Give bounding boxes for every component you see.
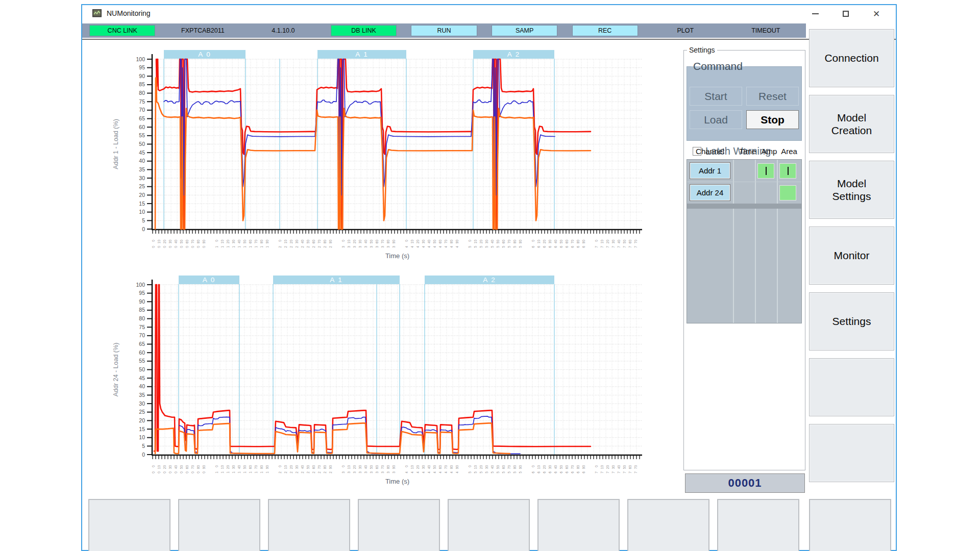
nav-button-settings[interactable]: Settings — [809, 292, 894, 350]
svg-text:10: 10 — [474, 240, 477, 244]
svg-text:60: 60 — [565, 240, 569, 244]
svg-text:90: 90 — [202, 465, 206, 469]
nav-button-monitor[interactable]: Monitor — [809, 227, 894, 285]
bottom-button-1[interactable] — [88, 499, 170, 551]
svg-text:3: 3 — [370, 246, 373, 248]
nav-button-connection[interactable]: Connection — [809, 29, 894, 87]
svg-text:0: 0 — [595, 465, 598, 467]
svg-text:6: 6 — [582, 246, 585, 248]
svg-text:70: 70 — [254, 465, 258, 469]
svg-text:60: 60 — [565, 465, 569, 469]
svg-text:50: 50 — [559, 240, 563, 244]
bottom-button-5[interactable] — [448, 499, 530, 551]
load-button[interactable]: Load — [690, 110, 742, 129]
svg-text:4: 4 — [410, 246, 414, 248]
svg-text:40: 40 — [139, 158, 145, 164]
svg-text:50: 50 — [370, 240, 373, 244]
svg-text:10: 10 — [157, 465, 161, 469]
svg-text:50: 50 — [180, 240, 183, 244]
svg-text:40: 40 — [491, 240, 494, 244]
settings-panel-title: Settings — [687, 46, 717, 54]
svg-text:5: 5 — [485, 246, 488, 248]
svg-text:1: 1 — [232, 471, 235, 473]
svg-text:7: 7 — [634, 471, 638, 473]
maximize-button[interactable] — [830, 5, 861, 22]
svg-text:10: 10 — [600, 240, 604, 244]
svg-text:3: 3 — [381, 471, 384, 473]
maximize-icon — [843, 11, 849, 17]
svg-text:70: 70 — [571, 465, 574, 469]
close-button[interactable]: ✕ — [861, 5, 892, 22]
svg-text:40: 40 — [237, 240, 241, 244]
minimize-button[interactable] — [800, 5, 830, 22]
svg-text:20: 20 — [606, 240, 609, 244]
svg-text:90: 90 — [582, 465, 585, 469]
channel-button-addr-24[interactable]: Addr 24 — [690, 184, 730, 201]
bottom-button-8[interactable] — [717, 499, 799, 551]
nav-button-model-creation[interactable]: Model Creation — [809, 95, 894, 153]
bottom-button-7[interactable] — [627, 499, 709, 551]
svg-text:5: 5 — [468, 471, 472, 473]
bottom-button-3[interactable] — [268, 499, 350, 551]
svg-text:4: 4 — [427, 246, 431, 248]
svg-text:0: 0 — [185, 471, 189, 473]
svg-text:0: 0 — [202, 471, 206, 473]
svg-text:50: 50 — [496, 465, 500, 469]
svg-text:20: 20 — [289, 240, 293, 244]
svg-text:5: 5 — [496, 246, 500, 248]
channel-table-header: Channel Time Amp Area — [687, 147, 802, 157]
bottom-button-2[interactable] — [178, 499, 260, 551]
svg-text:0: 0 — [163, 246, 166, 248]
bottom-button-4[interactable] — [358, 499, 440, 551]
svg-text:40: 40 — [237, 465, 241, 469]
channel-button-addr-1[interactable]: Addr 1 — [690, 162, 730, 179]
nav-button-blank-5[interactable] — [809, 358, 894, 416]
svg-text:2: 2 — [306, 471, 310, 473]
start-button[interactable]: Start — [690, 87, 742, 106]
svg-text:5: 5 — [519, 246, 522, 248]
svg-text:4: 4 — [438, 471, 442, 473]
area-status-cell-addr-1 — [779, 163, 796, 179]
svg-text:6: 6 — [531, 246, 535, 248]
svg-text:6: 6 — [554, 471, 557, 473]
svg-text:90: 90 — [455, 465, 459, 469]
addr24-load-chart: A 0A 1A 20510152025303540455055606570758… — [85, 265, 683, 491]
bottom-button-9[interactable] — [809, 499, 891, 551]
svg-text:1: 1 — [254, 471, 258, 473]
cursor-bar-icon — [766, 167, 767, 175]
svg-text:5: 5 — [479, 471, 483, 473]
svg-text:20: 20 — [139, 417, 145, 423]
bottom-button-6[interactable] — [537, 499, 620, 551]
svg-text:A 0: A 0 — [198, 51, 211, 58]
svg-text:4: 4 — [422, 471, 425, 473]
svg-text:60: 60 — [185, 240, 189, 244]
column-header-area: Area — [781, 147, 797, 156]
column-divider — [733, 160, 734, 323]
svg-text:30: 30 — [295, 240, 299, 244]
svg-text:80: 80 — [260, 465, 263, 469]
svg-text:10: 10 — [220, 465, 224, 469]
stop-button[interactable]: Stop — [746, 110, 799, 129]
nav-button-model-settings[interactable]: Model Settings — [809, 161, 894, 219]
nav-button-blank-6[interactable] — [809, 424, 894, 482]
svg-text:0: 0 — [157, 471, 161, 473]
svg-text:10: 10 — [139, 209, 145, 215]
svg-text:50: 50 — [139, 141, 145, 147]
svg-text:7: 7 — [628, 246, 632, 248]
svg-text:5: 5 — [507, 471, 511, 473]
svg-text:2: 2 — [329, 471, 332, 473]
svg-text:7: 7 — [600, 246, 604, 248]
svg-text:0: 0 — [191, 246, 194, 248]
x-axis-title: Time (s) — [385, 252, 409, 260]
status-label-plot: PLOT — [677, 27, 694, 34]
svg-text:55: 55 — [139, 358, 145, 364]
close-icon: ✕ — [873, 10, 880, 18]
svg-text:3: 3 — [392, 246, 396, 248]
svg-text:35: 35 — [139, 166, 145, 172]
column-divider — [755, 160, 756, 323]
svg-text:2: 2 — [278, 246, 282, 248]
app-window: NUMonitoring ✕ CNC LINKFXPTCAB20114.1.10… — [81, 4, 897, 551]
svg-text:50: 50 — [243, 465, 247, 469]
reset-button[interactable]: Reset — [746, 87, 799, 106]
svg-text:10: 10 — [600, 465, 604, 469]
